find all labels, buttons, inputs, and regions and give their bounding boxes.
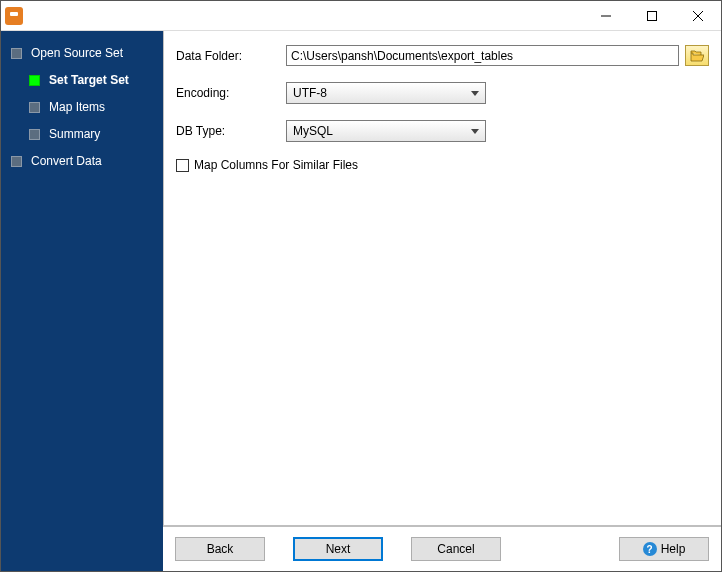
nav-bullet-icon	[29, 102, 40, 113]
main: Data Folder: Encoding: UTF-8	[163, 31, 721, 571]
window-controls	[583, 1, 721, 31]
map-columns-checkbox[interactable]	[176, 159, 189, 172]
sidebar-item-label: Map Items	[49, 100, 105, 114]
label-encoding: Encoding:	[176, 86, 286, 100]
chevron-down-icon	[465, 83, 485, 103]
close-button[interactable]	[675, 1, 721, 31]
minimize-icon	[601, 11, 611, 21]
content-area: Data Folder: Encoding: UTF-8	[163, 31, 721, 526]
row-data-folder: Data Folder:	[176, 45, 709, 66]
sidebar-item-map-items[interactable]: Map Items	[11, 95, 163, 119]
wizard-window: Open Source Set Set Target Set Map Items…	[0, 0, 722, 572]
folder-open-icon	[690, 50, 704, 62]
encoding-value: UTF-8	[293, 86, 327, 100]
label-db-type: DB Type:	[176, 124, 286, 138]
footer-left: Back Next Cancel	[175, 537, 501, 561]
nav-bullet-icon	[11, 156, 22, 167]
sidebar-item-label: Open Source Set	[31, 46, 123, 60]
sidebar: Open Source Set Set Target Set Map Items…	[1, 31, 163, 571]
data-folder-input[interactable]	[286, 45, 679, 66]
app-icon	[5, 7, 23, 25]
footer: Back Next Cancel ? Help	[163, 526, 721, 571]
minimize-button[interactable]	[583, 1, 629, 31]
row-encoding: Encoding: UTF-8	[176, 82, 709, 104]
sidebar-item-label: Summary	[49, 127, 100, 141]
db-type-select[interactable]: MySQL	[286, 120, 486, 142]
label-map-columns[interactable]: Map Columns For Similar Files	[194, 158, 358, 172]
titlebar	[1, 1, 721, 31]
help-icon: ?	[643, 542, 657, 556]
sidebar-item-set-target-set[interactable]: Set Target Set	[11, 68, 163, 92]
body: Open Source Set Set Target Set Map Items…	[1, 31, 721, 571]
maximize-icon	[647, 11, 657, 21]
sidebar-item-summary[interactable]: Summary	[11, 122, 163, 146]
browse-folder-button[interactable]	[685, 45, 709, 66]
next-button[interactable]: Next	[293, 537, 383, 561]
sidebar-item-convert-data[interactable]: Convert Data	[11, 149, 163, 173]
maximize-button[interactable]	[629, 1, 675, 31]
nav-bullet-icon	[29, 129, 40, 140]
encoding-select[interactable]: UTF-8	[286, 82, 486, 104]
titlebar-left	[5, 7, 29, 25]
row-db-type: DB Type: MySQL	[176, 120, 709, 142]
cancel-button[interactable]: Cancel	[411, 537, 501, 561]
db-type-value: MySQL	[293, 124, 333, 138]
chevron-down-icon	[465, 121, 485, 141]
row-map-columns: Map Columns For Similar Files	[176, 158, 709, 172]
nav-bullet-icon	[29, 75, 40, 86]
sidebar-item-open-source-set[interactable]: Open Source Set	[11, 41, 163, 65]
help-button[interactable]: ? Help	[619, 537, 709, 561]
back-button[interactable]: Back	[175, 537, 265, 561]
label-data-folder: Data Folder:	[176, 49, 286, 63]
sidebar-item-label: Convert Data	[31, 154, 102, 168]
help-label: Help	[661, 542, 686, 556]
close-icon	[693, 11, 703, 21]
nav-bullet-icon	[11, 48, 22, 59]
sidebar-item-label: Set Target Set	[49, 73, 129, 87]
svg-rect-1	[648, 11, 657, 20]
